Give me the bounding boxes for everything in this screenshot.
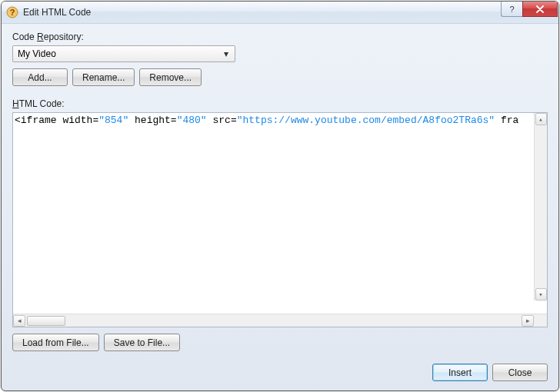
html-code-box: <iframe width="854" height="480" src="ht… [12,112,548,327]
dialog-footer: Insert Close [12,364,548,381]
scroll-up-icon[interactable]: ▴ [535,113,547,125]
insert-button[interactable]: Insert [432,364,488,381]
html-code-label: HTML Code: [12,98,548,109]
repo-buttons: Add... Rename... Remove... [12,68,548,86]
scroll-right-icon[interactable]: ▸ [522,315,534,327]
remove-button[interactable]: Remove... [139,68,202,86]
vertical-scrollbar[interactable]: ▴ ▾ [534,113,547,301]
scroll-down-icon[interactable]: ▾ [535,288,547,301]
file-buttons: Load from File... Save to File... [12,334,548,351]
svg-text:?: ? [10,8,15,17]
window-controls: ? [501,2,558,17]
app-icon: ? [6,6,18,18]
close-button[interactable]: Close [492,364,548,381]
html-code-textarea[interactable]: <iframe width="854" height="480" src="ht… [13,113,547,314]
code-repository-label: Code Repository: [12,32,548,42]
scroll-left-icon[interactable]: ◂ [13,315,25,327]
help-button[interactable]: ? [501,2,522,17]
titlebar: ? Edit HTML Code ? [2,2,558,24]
scroll-thumb[interactable] [27,316,65,326]
dialog-content: Code Repository: My Video ▾ Add... Renam… [2,24,558,390]
window-title: Edit HTML Code [23,7,91,18]
dialog-window: ? Edit HTML Code ? Code Repository: My V… [1,1,559,391]
close-window-button[interactable] [522,2,558,17]
add-button[interactable]: Add... [12,68,68,86]
code-repository-combo[interactable]: My Video ▾ [12,45,235,62]
combo-value: My Video [18,48,56,59]
help-glyph: ? [509,5,514,14]
save-to-file-button[interactable]: Save to File... [104,334,180,351]
load-from-file-button[interactable]: Load from File... [12,334,99,351]
horizontal-scrollbar[interactable]: ◂ ▸ [13,314,547,327]
chevron-down-icon: ▾ [221,48,232,59]
scrollbar-corner [534,314,547,327]
close-icon [535,5,545,13]
rename-button[interactable]: Rename... [72,68,135,86]
